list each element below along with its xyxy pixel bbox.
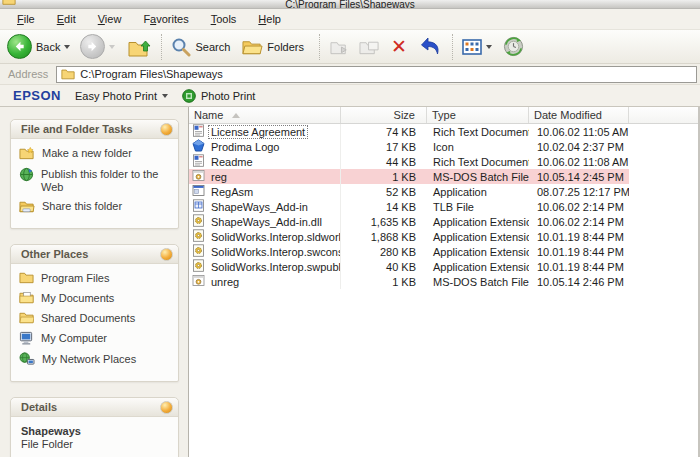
table-row[interactable]: SolidWorks.Interop.sldworks.dll1,868 KBA… [189, 229, 629, 244]
sidebar-item-my-network-places[interactable]: My Network Places [19, 352, 172, 368]
photo-print-icon [182, 89, 196, 103]
network-places-icon [19, 352, 35, 368]
explorer-window: C:\Program Files\Shapeways FileEditViewF… [0, 0, 700, 457]
file-date-modified: 10.06.02 2:14 PM [529, 216, 629, 228]
file-date-modified: 10.06.02 2:14 PM [529, 201, 629, 213]
batch-file-icon [192, 274, 205, 289]
sidebar-item-label: My Network Places [42, 352, 136, 366]
copy-to-button[interactable] [355, 36, 384, 58]
sidebar-item-shared-documents[interactable]: Shared Documents [19, 311, 172, 326]
rtf-document-icon [192, 154, 205, 169]
file-folder-tasks-panel: File and Folder Tasks Make a new folderP… [10, 119, 179, 229]
file-type: Rich Text Document [427, 156, 529, 168]
toolbar: Back Search [0, 30, 700, 64]
menu-file[interactable]: File [6, 11, 46, 27]
undo-button[interactable] [416, 35, 446, 59]
other-places-panel: Other Places Program FilesMy DocumentsSh… [10, 244, 179, 382]
views-dropdown-icon[interactable] [486, 45, 492, 49]
file-type: MS-DOS Batch File [427, 171, 529, 183]
sidebar-item-label: My Computer [41, 331, 107, 345]
sidebar-item-label: Publish this folder to the Web [41, 167, 172, 194]
dll-file-icon [192, 229, 205, 244]
collapse-chevron-icon[interactable] [160, 401, 173, 414]
my-computer-icon [19, 331, 34, 347]
menu-help[interactable]: Help [247, 11, 292, 27]
back-dropdown-icon[interactable] [64, 45, 70, 49]
file-date-modified: 10.06.02 11:08 AM [529, 156, 629, 168]
undo-icon [420, 37, 442, 57]
file-name: Readme [209, 156, 255, 168]
up-button[interactable] [123, 34, 155, 60]
file-type: MS-DOS Batch File [427, 276, 529, 288]
easy-photo-print-button[interactable]: Easy Photo Print [75, 90, 168, 102]
places-panel-header[interactable]: Other Places [11, 245, 178, 264]
search-button[interactable]: Search [168, 35, 233, 59]
column-header-date[interactable]: Date Modified [529, 107, 629, 123]
menu-tools[interactable]: Tools [200, 11, 248, 27]
table-row[interactable]: License Agreement74 KBRich Text Document… [189, 124, 629, 139]
collapse-chevron-icon[interactable] [160, 123, 173, 136]
file-type: Application Extension [427, 231, 529, 243]
new-folder-icon [19, 146, 35, 162]
sidebar-item-label: My Documents [41, 291, 114, 305]
sidebar-item-my-computer[interactable]: My Computer [19, 331, 172, 347]
batch-file-icon [192, 169, 205, 184]
collapse-chevron-icon[interactable] [160, 248, 173, 261]
file-size: 1 KB [341, 171, 427, 183]
back-button[interactable]: Back [4, 32, 73, 61]
sidebar-item-share-this-folder[interactable]: Share this folder [19, 199, 172, 215]
details-folder-type: File Folder [21, 438, 170, 450]
file-size: 14 KB [341, 201, 427, 213]
details-body: Shapeways File Folder Date Modified: Tod… [11, 417, 178, 457]
table-row[interactable]: ShapeWays_Add-in.dll1,635 KBApplication … [189, 214, 629, 229]
table-row[interactable]: Readme44 KBRich Text Document10.06.02 11… [189, 154, 629, 169]
easy-photo-print-label: Easy Photo Print [75, 90, 157, 102]
move-to-button[interactable] [326, 36, 355, 58]
forward-dropdown-icon[interactable] [109, 45, 115, 49]
forward-button[interactable] [77, 32, 118, 61]
table-row[interactable]: Prodima Logo17 KBIcon10.02.04 2:37 PM [189, 139, 629, 154]
file-date-modified: 10.06.02 11:05 AM [529, 126, 629, 138]
views-icon [462, 39, 482, 55]
details-panel-header[interactable]: Details [11, 398, 178, 417]
file-type: Application Extension [427, 216, 529, 228]
back-icon [7, 34, 32, 59]
delete-button[interactable]: ✕ [387, 35, 411, 58]
folder-icon [19, 271, 34, 286]
table-row[interactable]: reg1 KBMS-DOS Batch File10.05.14 2:45 PM [189, 169, 629, 184]
views-button[interactable] [459, 37, 495, 57]
column-header-name[interactable]: Name [189, 107, 341, 123]
epson-web-button[interactable] [499, 34, 528, 59]
sidebar-item-make-a-new-folder[interactable]: Make a new folder [19, 146, 172, 162]
file-type: Application Extension [427, 261, 529, 273]
sidebar-item-label: Shared Documents [41, 311, 135, 325]
easy-photo-print-dropdown-icon[interactable] [162, 94, 168, 98]
file-date-modified: 10.02.04 2:37 PM [529, 141, 629, 153]
file-name: SolidWorks.Interop.swpublish... [209, 261, 341, 273]
menu-view[interactable]: View [87, 11, 133, 27]
menu-edit[interactable]: Edit [46, 11, 87, 27]
sidebar-item-publish-this-folder-to-the-web[interactable]: Publish this folder to the Web [19, 167, 172, 194]
table-row[interactable]: unreg1 KBMS-DOS Batch File10.05.14 2:46 … [189, 274, 629, 289]
sidebar-item-program-files[interactable]: Program Files [19, 271, 172, 286]
dll-file-icon [192, 214, 205, 229]
menu-favorites[interactable]: Favorites [132, 11, 199, 27]
photo-print-label: Photo Print [201, 90, 255, 102]
file-type: TLB File [427, 201, 529, 213]
search-label: Search [195, 41, 230, 53]
details-panel: Details Shapeways File Folder Date Modif… [10, 397, 179, 457]
tasks-panel-header[interactable]: File and Folder Tasks [11, 120, 178, 139]
file-type: Rich Text Document [427, 126, 529, 138]
table-row[interactable]: ShapeWays_Add-in14 KBTLB File10.06.02 2:… [189, 199, 629, 214]
column-header-type[interactable]: Type [427, 107, 529, 123]
table-row[interactable]: SolidWorks.Interop.swpublish...40 KBAppl… [189, 259, 629, 274]
sidebar-item-my-documents[interactable]: My Documents [19, 291, 172, 306]
folders-button[interactable]: Folders [239, 36, 307, 58]
column-header-size[interactable]: Size [341, 107, 427, 123]
photo-print-button[interactable]: Photo Print [182, 89, 255, 103]
application-icon [192, 184, 205, 199]
table-row[interactable]: RegAsm52 KBApplication08.07.25 12:17 PM [189, 184, 629, 199]
table-row[interactable]: SolidWorks.Interop.swconst.dll280 KBAppl… [189, 244, 629, 259]
epson-toolbar: EPSON Easy Photo Print Photo Print [0, 85, 700, 107]
address-input[interactable]: C:\Program Files\Shapeways [56, 66, 697, 83]
